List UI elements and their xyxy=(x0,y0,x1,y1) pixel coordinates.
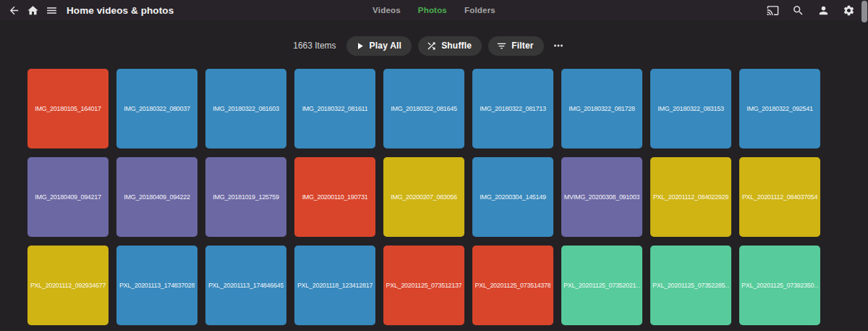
topbar-tab[interactable]: Videos xyxy=(373,6,401,14)
top-bar: Home videos & photos VideosPhotosFolders xyxy=(0,0,868,20)
photo-tile-label: IMG_20180322_083153 xyxy=(658,105,723,112)
photo-tile[interactable]: PXL_20201112_092934677 xyxy=(27,246,109,325)
photo-tile-label: IMG_20181019_125759 xyxy=(213,193,278,201)
photo-tile[interactable]: IMG_20180409_094217 xyxy=(27,157,109,237)
cast-icon xyxy=(767,4,779,17)
photo-tile[interactable]: IMG_20180322_080037 xyxy=(116,69,197,148)
search-button[interactable] xyxy=(788,0,807,20)
photo-tile[interactable]: PXL_20201112_084022929 xyxy=(650,157,731,237)
photo-tile-label: PXL_20201113_174837028 xyxy=(119,282,195,289)
cast-button[interactable] xyxy=(763,0,782,20)
photo-tile[interactable]: IMG_20200207_083056 xyxy=(383,157,464,237)
photo-tile-label: PXL_20201112_092934677 xyxy=(30,282,106,289)
photo-tile-label: IMG_20180409_094222 xyxy=(124,193,190,201)
photo-tile-label: IMG_20180322_081603 xyxy=(213,105,278,112)
photo-tile-label: IMG_20180105_164017 xyxy=(35,105,101,112)
filter-button[interactable]: Filter xyxy=(488,36,544,56)
photo-tile[interactable]: IMG_20181019_125759 xyxy=(205,157,286,237)
more-horizontal-icon xyxy=(552,39,565,52)
photo-tile[interactable]: IMG_20200304_145149 xyxy=(472,157,553,237)
menu-button[interactable] xyxy=(42,0,61,20)
photo-tile-label: IMG_20200304_145149 xyxy=(480,193,545,201)
photo-tile[interactable]: PXL_20201118_123412817 xyxy=(294,246,375,325)
more-button[interactable] xyxy=(552,39,565,52)
search-icon xyxy=(792,4,804,17)
photo-tile-label: IMG_20180322_092541 xyxy=(746,105,812,112)
shuffle-button[interactable]: Shuffle xyxy=(418,36,482,56)
home-icon xyxy=(27,4,39,17)
user-icon xyxy=(817,4,830,17)
photo-tile[interactable]: IMG_20180322_081611 xyxy=(294,69,375,148)
photo-tile-label: PXL_20201125_07352021… xyxy=(563,282,640,289)
photo-tile[interactable]: PXL_20201125_073514378 xyxy=(472,246,553,325)
topbar-tabs: VideosPhotosFolders xyxy=(373,0,495,20)
photo-tile[interactable]: IMG_20180322_081603 xyxy=(205,69,286,148)
hamburger-menu-icon xyxy=(46,4,58,17)
topbar-tab[interactable]: Photos xyxy=(418,6,447,14)
photo-tile[interactable]: IMG_20200110_190731 xyxy=(294,157,375,237)
photo-tile[interactable]: IMG_20180409_094222 xyxy=(116,157,197,237)
photo-tile-label: PXL_20201125_073514378 xyxy=(475,282,551,289)
page-title: Home videos & photos xyxy=(67,5,174,16)
photo-tile[interactable]: PXL_20201112_084037054 xyxy=(739,157,820,237)
photo-tile[interactable]: MVIMG_20200308_091003 xyxy=(561,157,642,237)
photo-tile[interactable]: IMG_20180322_083153 xyxy=(650,69,731,148)
photo-tile-label: PXL_20201125_073512137 xyxy=(386,282,462,289)
photo-tile-label: PXL_20201112_084037054 xyxy=(742,193,817,201)
photo-tile[interactable]: PXL_20201125_07352021… xyxy=(561,246,642,325)
photo-tile-label: IMG_20180322_080037 xyxy=(124,105,190,112)
photo-tile-label: IMG_20180322_081645 xyxy=(391,105,456,112)
photo-tile-label: IMG_20200110_190731 xyxy=(302,193,368,201)
user-button[interactable] xyxy=(814,0,833,20)
back-button[interactable] xyxy=(4,0,23,20)
filter-label: Filter xyxy=(511,41,534,51)
shuffle-label: Shuffle xyxy=(441,41,472,51)
play-all-label: Play All xyxy=(370,41,402,51)
photo-tile[interactable]: IMG_20180322_092541 xyxy=(739,69,820,148)
photo-tile[interactable]: PXL_20201113_174846645 xyxy=(205,246,286,325)
shuffle-icon xyxy=(426,41,437,51)
filter-icon xyxy=(496,41,507,51)
photo-tile[interactable]: IMG_20180322_081728 xyxy=(561,69,642,148)
play-all-button[interactable]: Play All xyxy=(346,36,412,56)
settings-button[interactable] xyxy=(839,0,858,20)
photo-tile-label: IMG_20180322_081611 xyxy=(302,105,368,112)
photo-tile-label: PXL_20201125_07352285… xyxy=(652,282,729,289)
settings-gear-icon xyxy=(843,4,855,17)
play-icon xyxy=(354,41,365,51)
arrow-back-icon xyxy=(8,4,20,17)
photo-tile-label: PXL_20201125_07392350… xyxy=(741,282,818,289)
photo-tile[interactable]: PXL_20201113_174837028 xyxy=(116,246,197,325)
library-toolbar: 1663 Items Play All Shuffle Filter xyxy=(0,35,858,56)
topbar-tab[interactable]: Folders xyxy=(464,6,495,14)
photo-grid: IMG_20180105_164017 IMG_20180322_080037 … xyxy=(27,69,820,325)
topbar-actions xyxy=(763,0,858,20)
photo-tile-label: PXL_20201118_123412817 xyxy=(297,282,373,289)
photo-tile[interactable]: IMG_20180322_081713 xyxy=(472,69,553,148)
scrollbar-thumb[interactable] xyxy=(861,1,867,22)
photo-tile[interactable]: PXL_20201125_07392350… xyxy=(739,246,820,325)
photo-tile[interactable]: PXL_20201125_073512137 xyxy=(383,246,464,325)
photo-tile-label: PXL_20201113_174846645 xyxy=(208,282,284,289)
home-button[interactable] xyxy=(23,0,42,20)
photo-tile-label: MVIMG_20200308_091003 xyxy=(564,193,639,201)
photo-tile-label: IMG_20180322_081713 xyxy=(480,105,545,112)
photo-tile[interactable]: IMG_20180322_081645 xyxy=(383,69,464,148)
items-count: 1663 Items xyxy=(293,41,336,51)
photo-tile-label: IMG_20180322_081728 xyxy=(569,105,634,112)
app-window: Home videos & photos VideosPhotosFolders xyxy=(0,0,868,331)
photo-tile-label: IMG_20200207_083056 xyxy=(391,193,456,201)
photo-tile[interactable]: IMG_20180105_164017 xyxy=(27,69,109,148)
photo-tile-label: IMG_20180409_094217 xyxy=(35,193,101,201)
photo-tile[interactable]: PXL_20201125_07352285… xyxy=(650,246,731,325)
photo-tile-label: PXL_20201112_084022929 xyxy=(653,193,728,201)
